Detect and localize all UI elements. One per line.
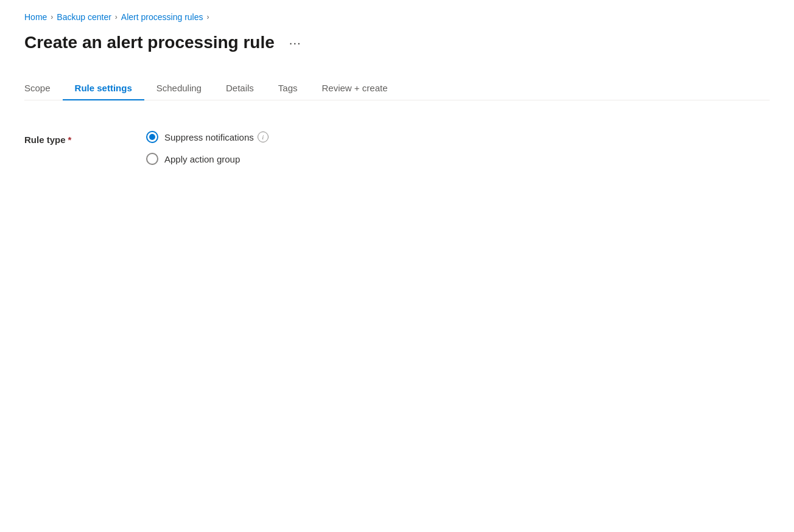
rule-type-label-text: Rule type <box>24 135 66 145</box>
rule-type-label: Rule type* <box>24 131 110 145</box>
breadcrumb-backup-center[interactable]: Backup center <box>57 12 111 22</box>
breadcrumb-sep-3: › <box>206 13 209 21</box>
tabs-nav: Scope Rule settings Scheduling Details T… <box>24 77 770 100</box>
rule-type-field-row: Rule type* Suppress notifications i Appl… <box>24 131 770 165</box>
tab-tags[interactable]: Tags <box>266 77 310 100</box>
tab-scope[interactable]: Scope <box>24 77 63 100</box>
suppress-info-icon[interactable]: i <box>258 131 269 142</box>
breadcrumb: Home › Backup center › Alert processing … <box>24 12 770 22</box>
radio-apply-action-label: Apply action group <box>164 154 240 164</box>
radio-apply-action-input[interactable] <box>146 153 158 165</box>
radio-suppress-label: Suppress notifications <box>164 132 254 142</box>
required-asterisk: * <box>68 135 72 145</box>
page-title-row: Create an alert processing rule ··· <box>24 33 770 52</box>
breadcrumb-home[interactable]: Home <box>24 12 47 22</box>
rule-settings-content: Rule type* Suppress notifications i Appl… <box>24 125 770 186</box>
page-title: Create an alert processing rule <box>24 33 275 52</box>
radio-option-suppress[interactable]: Suppress notifications i <box>146 131 269 143</box>
tab-review-create[interactable]: Review + create <box>310 77 400 100</box>
radio-suppress-label-row: Suppress notifications i <box>164 131 269 142</box>
breadcrumb-sep-2: › <box>115 13 118 21</box>
tab-scheduling[interactable]: Scheduling <box>144 77 214 100</box>
radio-option-apply-action[interactable]: Apply action group <box>146 153 269 165</box>
tab-details[interactable]: Details <box>214 77 266 100</box>
rule-type-radio-group: Suppress notifications i Apply action gr… <box>146 131 269 165</box>
breadcrumb-sep-1: › <box>51 13 53 21</box>
tab-rule-settings[interactable]: Rule settings <box>63 77 144 100</box>
more-options-button[interactable]: ··· <box>284 33 306 52</box>
radio-suppress-input[interactable] <box>146 131 158 143</box>
breadcrumb-alert-processing-rules[interactable]: Alert processing rules <box>121 12 203 22</box>
